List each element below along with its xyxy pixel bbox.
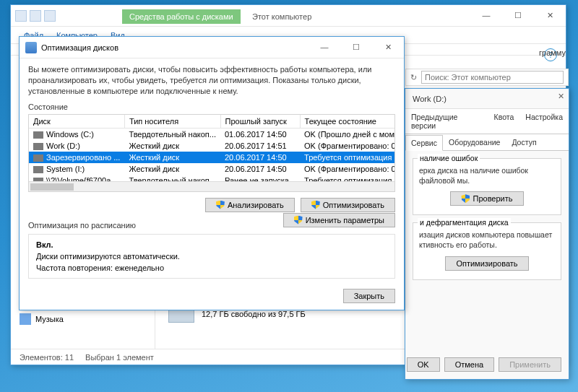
drive-icon xyxy=(33,143,43,150)
table-row[interactable]: Зарезервировано ...Жесткий диск20.06.201… xyxy=(29,152,395,163)
bg-text: грамму xyxy=(539,48,566,57)
props-tabs-row1: Предыдущие версии Квота Настройка xyxy=(405,109,569,134)
group-defrag: и дефрагментация диска изация дисков ком… xyxy=(413,222,561,279)
schedule-box: Изменить параметры Вкл. Диски оптимизиру… xyxy=(28,234,395,279)
opt-title: Оптимизация дисков xyxy=(41,43,118,52)
tab-quota[interactable]: Квота xyxy=(488,109,520,134)
ok-button[interactable]: OK xyxy=(407,357,440,372)
sched-text1: Диски оптимизируются автоматически. xyxy=(36,252,387,261)
contextual-tab-drives[interactable]: Средства работы с дисками xyxy=(122,9,241,24)
close-button[interactable]: ✕ xyxy=(534,5,566,25)
scrollbar-thumb[interactable] xyxy=(30,183,74,191)
sched-text2: Частота повторения: еженедельно xyxy=(36,263,387,272)
col-disk[interactable]: Диск xyxy=(29,115,124,129)
window-controls: — ☐ ✕ xyxy=(470,5,566,25)
maximize-button[interactable]: ☐ xyxy=(502,5,534,25)
drive-icon xyxy=(33,131,43,139)
address-search-row: ↻ xyxy=(405,69,569,86)
apply-button[interactable]: Применить xyxy=(499,357,561,372)
shield-icon xyxy=(294,216,303,225)
drive-icon xyxy=(33,154,43,162)
table-row[interactable]: Windows (C:)Твердотельный накоп...01.06.… xyxy=(29,128,395,140)
drives-table-wrap: Диск Тип носителя Прошлый запуск Текущее… xyxy=(28,114,395,192)
shield-icon xyxy=(461,194,470,203)
tab-customize[interactable]: Настройка xyxy=(519,109,569,134)
sched-on: Вкл. xyxy=(36,240,53,249)
check-button[interactable]: Проверить xyxy=(450,191,523,206)
analyze-button[interactable]: Анализировать xyxy=(205,198,295,212)
quick-access-icon[interactable] xyxy=(44,10,56,22)
optimize-all-button[interactable]: Оптимизировать xyxy=(301,198,395,212)
table-row[interactable]: System (I:)Жесткий диск20.06.2017 14:50O… xyxy=(29,163,395,175)
group-error-check: наличие ошибок ерка диска на наличие оши… xyxy=(413,158,561,215)
opt-description: Вы можете оптимизировать диски, чтобы по… xyxy=(20,58,404,100)
cancel-button[interactable]: Отмена xyxy=(444,357,494,372)
minimize-button[interactable]: — xyxy=(309,37,340,57)
drive-properties-dialog: ↻ Work (D:) ✕ грамму Предыдущие версии К… xyxy=(405,88,569,380)
status-count: Элементов: 11 xyxy=(20,353,74,362)
tab-hardware[interactable]: Оборудование xyxy=(443,134,506,150)
search-input[interactable] xyxy=(421,71,564,84)
col-status[interactable]: Текущее состояние xyxy=(300,115,395,129)
drives-table[interactable]: Диск Тип носителя Прошлый запуск Текущее… xyxy=(29,115,395,186)
close-dialog-button[interactable]: Закрыть xyxy=(343,289,395,303)
maximize-button[interactable]: ☐ xyxy=(340,37,372,57)
optimize-button[interactable]: Оптимизировать xyxy=(445,256,528,271)
minimize-button[interactable]: — xyxy=(470,5,502,25)
optimize-drives-dialog: Оптимизация дисков — ☐ ✕ Вы можете оптим… xyxy=(19,36,405,310)
shield-icon xyxy=(216,201,225,209)
defrag-icon xyxy=(25,42,37,53)
close-icon[interactable]: ✕ xyxy=(558,92,564,101)
quick-access-icon[interactable] xyxy=(30,10,41,22)
drive-free-text: 12,7 ГБ свободно из 97,5 ГБ xyxy=(202,310,306,318)
drive-icon xyxy=(33,166,43,173)
close-button[interactable]: ✕ xyxy=(372,37,404,57)
change-settings-button[interactable]: Изменить параметры xyxy=(283,213,395,227)
table-row[interactable]: Work (D:)Жесткий диск20.06.2017 14:51OK … xyxy=(29,140,395,152)
col-last[interactable]: Прошлый запуск xyxy=(220,115,300,129)
horizontal-scrollbar[interactable] xyxy=(29,181,394,191)
props-tabs-row2: Сервис Оборудование Доступ xyxy=(405,134,569,151)
music-icon xyxy=(20,313,31,325)
status-selected: Выбран 1 элемент xyxy=(85,353,154,362)
window-title: Этот компьютер xyxy=(252,12,311,21)
tab-prev-versions[interactable]: Предыдущие версии xyxy=(405,109,488,134)
tab-service[interactable]: Сервис xyxy=(405,135,443,151)
state-label: Состояние xyxy=(20,100,404,113)
nav-item-music[interactable]: Музыка xyxy=(11,311,155,327)
system-menu-icon[interactable] xyxy=(15,10,27,22)
shield-icon xyxy=(311,201,320,209)
col-media[interactable]: Тип носителя xyxy=(124,115,220,129)
props-title: Work (D:) xyxy=(405,89,569,109)
tab-sharing[interactable]: Доступ xyxy=(506,134,542,150)
